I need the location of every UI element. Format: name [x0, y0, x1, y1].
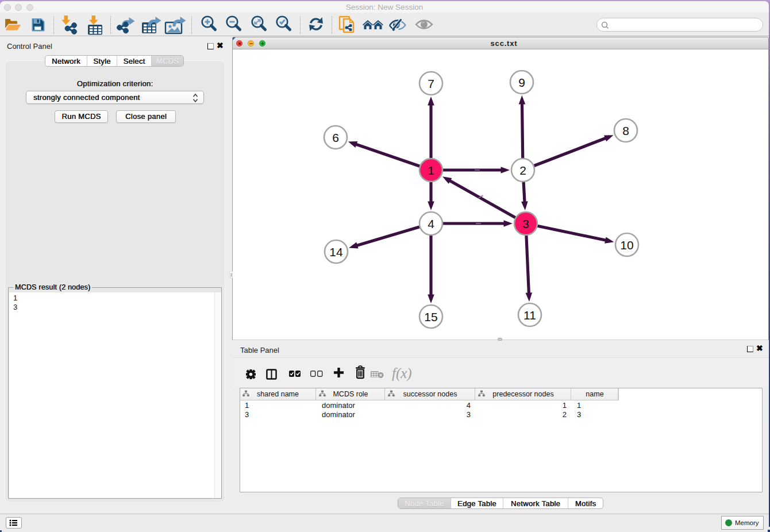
svg-text:8: 8	[622, 124, 629, 137]
svg-text:11: 11	[523, 309, 536, 322]
svg-text:10: 10	[620, 238, 633, 252]
svg-text:4: 4	[428, 217, 434, 230]
svg-text:6: 6	[332, 131, 339, 144]
svg-text:9: 9	[518, 76, 525, 89]
svg-text:14: 14	[329, 245, 343, 259]
svg-text:1: 1	[428, 164, 434, 177]
svg-text:2: 2	[519, 164, 526, 177]
svg-text:15: 15	[424, 310, 437, 323]
svg-text:7: 7	[428, 77, 434, 90]
svg-text:3: 3	[522, 217, 529, 230]
